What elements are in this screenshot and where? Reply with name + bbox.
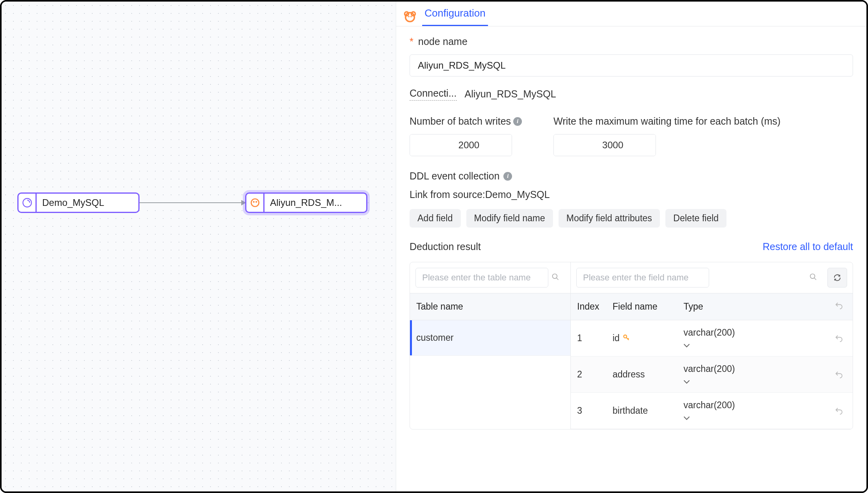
config-panel: Configuration * node name Connecti... Al… xyxy=(396,2,866,491)
svg-point-11 xyxy=(810,274,815,279)
undo-field-button[interactable] xyxy=(825,363,853,386)
ddl-label: DDL event collection i xyxy=(410,170,853,182)
svg-point-1 xyxy=(251,199,259,207)
info-icon[interactable]: i xyxy=(503,172,512,181)
field-rows: 1idvarchar(200)2addressvarchar(200)3birt… xyxy=(571,320,853,429)
table-row[interactable]: customer xyxy=(410,320,570,356)
field-type[interactable]: varchar(200) xyxy=(677,357,825,392)
search-icon xyxy=(809,273,817,282)
field-search-input[interactable] xyxy=(576,268,709,288)
max-wait-input[interactable] xyxy=(553,134,656,156)
chevron-down-icon xyxy=(684,378,819,385)
svg-point-9 xyxy=(553,274,557,279)
node-name-label: * node name xyxy=(410,36,853,47)
batch-writes-value[interactable] xyxy=(410,134,512,156)
batch-writes-input[interactable] xyxy=(410,134,512,156)
key-icon xyxy=(623,333,630,344)
field-name: id xyxy=(606,326,677,351)
field-row[interactable]: 2addressvarchar(200) xyxy=(571,357,853,393)
node-source[interactable]: Demo_MySQL xyxy=(17,192,140,213)
monkey-icon xyxy=(246,194,264,212)
connection-row: Connecti... Aliyun_RDS_MySQL xyxy=(410,88,853,101)
svg-line-12 xyxy=(814,278,816,280)
link-from-label: Link from source:Demo_MySQL xyxy=(410,189,853,200)
info-icon[interactable]: i xyxy=(513,117,522,126)
type-header: Type xyxy=(677,293,825,320)
deduction-result-title: Deduction result xyxy=(410,241,481,252)
svg-point-8 xyxy=(410,16,412,17)
node-target-label: Aliyun_RDS_M... xyxy=(264,197,348,208)
table-list-header: Table name xyxy=(410,293,570,320)
app-frame: Demo_MySQL Aliyun_RDS_M... Configuration… xyxy=(0,0,868,493)
field-type[interactable]: varchar(200) xyxy=(677,320,825,356)
field-list-pane: Index Field name Type 1idvarchar(200)2ad… xyxy=(571,262,853,429)
delete-field-button[interactable]: Delete field xyxy=(665,209,726,228)
table-name-header: Table name xyxy=(410,293,570,320)
field-action-row: Add field Modify field name Modify field… xyxy=(410,209,853,228)
svg-point-0 xyxy=(23,198,32,207)
chevron-down-icon xyxy=(684,415,819,422)
required-star: * xyxy=(410,36,414,47)
field-name-header: Field name xyxy=(606,293,677,320)
connection-value: Aliyun_RDS_MySQL xyxy=(465,88,556,100)
chevron-down-icon xyxy=(684,342,819,349)
modify-field-name-button[interactable]: Modify field name xyxy=(466,209,553,228)
svg-point-7 xyxy=(408,16,410,17)
field-list-header: Index Field name Type xyxy=(571,293,853,320)
panel-body: * node name Connecti... Aliyun_RDS_MySQL… xyxy=(396,26,866,439)
node-target[interactable]: Aliyun_RDS_M... xyxy=(245,192,367,213)
node-name-input[interactable] xyxy=(410,54,853,77)
node-source-label: Demo_MySQL xyxy=(37,197,110,208)
field-name: address xyxy=(606,362,677,387)
undo-field-button[interactable] xyxy=(825,327,853,350)
search-icon xyxy=(551,273,559,282)
refresh-button[interactable] xyxy=(827,268,847,288)
connection-label: Connecti... xyxy=(410,88,457,101)
mysql-icon xyxy=(19,194,37,212)
field-row[interactable]: 1idvarchar(200) xyxy=(571,320,853,357)
field-type[interactable]: varchar(200) xyxy=(677,393,825,429)
field-index: 3 xyxy=(571,398,606,423)
index-header: Index xyxy=(571,293,606,320)
undo-field-button[interactable] xyxy=(825,400,853,422)
table-row-name: customer xyxy=(410,325,570,350)
undo-header xyxy=(825,293,853,320)
field-row[interactable]: 3birthdatevarchar(200) xyxy=(571,393,853,429)
svg-point-4 xyxy=(406,13,415,22)
modify-field-attributes-button[interactable]: Modify field attributes xyxy=(559,209,660,228)
flow-edge xyxy=(140,202,245,203)
flow-canvas[interactable]: Demo_MySQL Aliyun_RDS_M... xyxy=(2,2,396,491)
restore-default-link[interactable]: Restore all to default xyxy=(763,241,853,252)
max-wait-value[interactable] xyxy=(554,134,656,156)
monkey-icon xyxy=(403,10,417,23)
field-index: 1 xyxy=(571,326,606,351)
field-name: birthdate xyxy=(606,398,677,423)
table-list-pane: Table name customer xyxy=(410,262,571,429)
svg-line-10 xyxy=(557,278,559,280)
svg-line-15 xyxy=(628,338,629,339)
max-wait-label: Write the maximum waiting time for each … xyxy=(553,116,780,127)
field-index: 2 xyxy=(571,362,606,387)
svg-point-3 xyxy=(255,201,257,203)
deduction-split: Table name customer xyxy=(410,262,853,430)
tab-bar: Configuration xyxy=(396,2,866,26)
table-search-input[interactable] xyxy=(415,268,548,288)
tab-configuration[interactable]: Configuration xyxy=(422,7,488,26)
batch-writes-label: Number of batch writes i xyxy=(410,116,522,127)
table-rows: customer xyxy=(410,320,570,356)
add-field-button[interactable]: Add field xyxy=(410,209,461,228)
svg-point-2 xyxy=(253,201,254,203)
